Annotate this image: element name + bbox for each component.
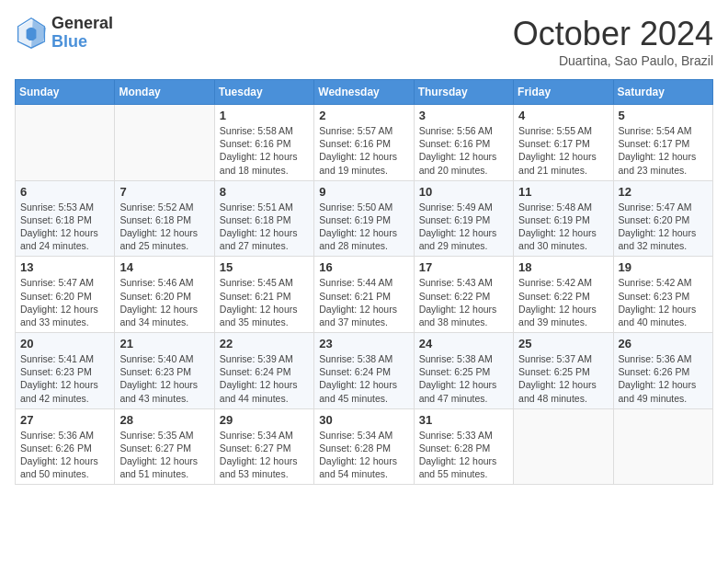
day-number: 17: [419, 260, 508, 274]
day-number: 21: [119, 337, 209, 350]
day-number: 28: [119, 413, 209, 427]
day-info: Sunrise: 5:50 AM Sunset: 6:19 PM Dayligh…: [319, 201, 408, 253]
calendar-cell: 15Sunrise: 5:45 AM Sunset: 6:21 PM Dayli…: [214, 257, 313, 333]
logo-icon: [15, 17, 48, 50]
calendar-cell: 5Sunrise: 5:54 AM Sunset: 6:17 PM Daylig…: [613, 105, 712, 181]
day-number: 12: [619, 185, 708, 199]
calendar-cell: 3Sunrise: 5:56 AM Sunset: 6:16 PM Daylig…: [414, 105, 513, 181]
calendar-cell: 22Sunrise: 5:39 AM Sunset: 6:24 PM Dayli…: [214, 333, 313, 409]
location-text: Duartina, Sao Paulo, Brazil: [513, 53, 713, 68]
calendar-cell: [16, 105, 115, 181]
day-info: Sunrise: 5:52 AM Sunset: 6:18 PM Dayligh…: [119, 201, 209, 253]
day-number: 11: [518, 185, 608, 199]
day-number: 7: [119, 185, 209, 199]
logo-blue-text: Blue: [51, 33, 113, 52]
day-number: 3: [419, 109, 508, 122]
day-info: Sunrise: 5:47 AM Sunset: 6:20 PM Dayligh…: [619, 201, 708, 253]
day-info: Sunrise: 5:36 AM Sunset: 6:26 PM Dayligh…: [619, 352, 708, 405]
calendar-cell: 19Sunrise: 5:42 AM Sunset: 6:23 PM Dayli…: [613, 257, 712, 333]
calendar-cell: [115, 105, 214, 181]
page-header: General Blue October 2024 Duartina, Sao …: [15, 15, 713, 68]
day-info: Sunrise: 5:38 AM Sunset: 6:25 PM Dayligh…: [419, 352, 508, 405]
day-info: Sunrise: 5:55 AM Sunset: 6:17 PM Dayligh…: [518, 124, 608, 177]
calendar-cell: 11Sunrise: 5:48 AM Sunset: 6:19 PM Dayli…: [514, 180, 613, 257]
calendar-cell: 25Sunrise: 5:37 AM Sunset: 6:25 PM Dayli…: [514, 333, 613, 409]
day-info: Sunrise: 5:33 AM Sunset: 6:28 PM Dayligh…: [419, 429, 508, 481]
calendar-cell: 8Sunrise: 5:51 AM Sunset: 6:18 PM Daylig…: [214, 180, 313, 257]
day-of-week-header: Sunday: [16, 80, 115, 105]
day-info: Sunrise: 5:34 AM Sunset: 6:27 PM Dayligh…: [220, 429, 309, 481]
day-info: Sunrise: 5:37 AM Sunset: 6:25 PM Dayligh…: [518, 352, 608, 405]
calendar-cell: 1Sunrise: 5:58 AM Sunset: 6:16 PM Daylig…: [214, 105, 313, 181]
day-of-week-header: Friday: [514, 80, 613, 105]
calendar-cell: 16Sunrise: 5:44 AM Sunset: 6:21 PM Dayli…: [314, 257, 414, 333]
day-number: 23: [319, 337, 408, 350]
day-info: Sunrise: 5:51 AM Sunset: 6:18 PM Dayligh…: [220, 201, 309, 253]
day-number: 14: [119, 260, 209, 274]
calendar-week-row: 1Sunrise: 5:58 AM Sunset: 6:16 PM Daylig…: [16, 105, 713, 181]
calendar-header-row: SundayMondayTuesdayWednesdayThursdayFrid…: [16, 80, 713, 105]
day-info: Sunrise: 5:58 AM Sunset: 6:16 PM Dayligh…: [220, 124, 309, 177]
calendar-week-row: 27Sunrise: 5:36 AM Sunset: 6:26 PM Dayli…: [16, 408, 713, 485]
calendar-cell: 10Sunrise: 5:49 AM Sunset: 6:19 PM Dayli…: [414, 180, 513, 257]
calendar-cell: 28Sunrise: 5:35 AM Sunset: 6:27 PM Dayli…: [115, 408, 214, 485]
month-title: October 2024: [513, 15, 713, 53]
calendar-cell: 23Sunrise: 5:38 AM Sunset: 6:24 PM Dayli…: [314, 333, 414, 409]
day-info: Sunrise: 5:57 AM Sunset: 6:16 PM Dayligh…: [319, 124, 408, 177]
calendar-table: SundayMondayTuesdayWednesdayThursdayFrid…: [15, 79, 713, 485]
day-number: 1: [220, 109, 309, 122]
day-info: Sunrise: 5:36 AM Sunset: 6:26 PM Dayligh…: [20, 429, 109, 481]
day-info: Sunrise: 5:44 AM Sunset: 6:21 PM Dayligh…: [319, 276, 408, 328]
day-number: 15: [220, 260, 309, 274]
calendar-cell: 12Sunrise: 5:47 AM Sunset: 6:20 PM Dayli…: [613, 180, 712, 257]
day-number: 20: [20, 337, 109, 350]
day-number: 26: [619, 337, 708, 350]
logo: General Blue: [15, 15, 113, 52]
logo-general-text: General: [51, 15, 113, 33]
calendar-week-row: 20Sunrise: 5:41 AM Sunset: 6:23 PM Dayli…: [16, 333, 713, 409]
day-of-week-header: Tuesday: [214, 80, 313, 105]
calendar-cell: 13Sunrise: 5:47 AM Sunset: 6:20 PM Dayli…: [16, 257, 115, 333]
calendar-cell: 30Sunrise: 5:34 AM Sunset: 6:28 PM Dayli…: [314, 408, 414, 485]
calendar-cell: 7Sunrise: 5:52 AM Sunset: 6:18 PM Daylig…: [115, 180, 214, 257]
day-info: Sunrise: 5:42 AM Sunset: 6:23 PM Dayligh…: [619, 276, 708, 328]
calendar-cell: 4Sunrise: 5:55 AM Sunset: 6:17 PM Daylig…: [514, 105, 613, 181]
calendar-week-row: 6Sunrise: 5:53 AM Sunset: 6:18 PM Daylig…: [16, 180, 713, 257]
day-info: Sunrise: 5:42 AM Sunset: 6:22 PM Dayligh…: [518, 276, 608, 328]
day-number: 18: [518, 260, 608, 274]
logo-text: General Blue: [51, 15, 113, 52]
day-number: 10: [419, 185, 508, 199]
day-of-week-header: Saturday: [613, 80, 712, 105]
day-number: 27: [20, 413, 109, 427]
day-info: Sunrise: 5:34 AM Sunset: 6:28 PM Dayligh…: [319, 429, 408, 481]
calendar-cell: 29Sunrise: 5:34 AM Sunset: 6:27 PM Dayli…: [214, 408, 313, 485]
day-of-week-header: Wednesday: [314, 80, 414, 105]
day-info: Sunrise: 5:48 AM Sunset: 6:19 PM Dayligh…: [518, 201, 608, 253]
day-info: Sunrise: 5:43 AM Sunset: 6:22 PM Dayligh…: [419, 276, 508, 328]
calendar-week-row: 13Sunrise: 5:47 AM Sunset: 6:20 PM Dayli…: [16, 257, 713, 333]
calendar-cell: 31Sunrise: 5:33 AM Sunset: 6:28 PM Dayli…: [414, 408, 513, 485]
calendar-cell: 9Sunrise: 5:50 AM Sunset: 6:19 PM Daylig…: [314, 180, 414, 257]
calendar-cell: 27Sunrise: 5:36 AM Sunset: 6:26 PM Dayli…: [16, 408, 115, 485]
calendar-cell: 21Sunrise: 5:40 AM Sunset: 6:23 PM Dayli…: [115, 333, 214, 409]
day-of-week-header: Thursday: [414, 80, 513, 105]
day-number: 29: [220, 413, 309, 427]
calendar-cell: 2Sunrise: 5:57 AM Sunset: 6:16 PM Daylig…: [314, 105, 414, 181]
day-number: 30: [319, 413, 408, 427]
calendar-cell: 17Sunrise: 5:43 AM Sunset: 6:22 PM Dayli…: [414, 257, 513, 333]
day-number: 19: [619, 260, 708, 274]
day-info: Sunrise: 5:54 AM Sunset: 6:17 PM Dayligh…: [619, 124, 708, 177]
day-number: 16: [319, 260, 408, 274]
day-number: 6: [20, 185, 109, 199]
day-info: Sunrise: 5:46 AM Sunset: 6:20 PM Dayligh…: [119, 276, 209, 328]
calendar-cell: 24Sunrise: 5:38 AM Sunset: 6:25 PM Dayli…: [414, 333, 513, 409]
title-block: October 2024 Duartina, Sao Paulo, Brazil: [513, 15, 713, 68]
day-info: Sunrise: 5:41 AM Sunset: 6:23 PM Dayligh…: [20, 352, 109, 405]
day-info: Sunrise: 5:40 AM Sunset: 6:23 PM Dayligh…: [119, 352, 209, 405]
day-info: Sunrise: 5:47 AM Sunset: 6:20 PM Dayligh…: [20, 276, 109, 328]
calendar-cell: 18Sunrise: 5:42 AM Sunset: 6:22 PM Dayli…: [514, 257, 613, 333]
day-number: 25: [518, 337, 608, 350]
calendar-cell: 6Sunrise: 5:53 AM Sunset: 6:18 PM Daylig…: [16, 180, 115, 257]
calendar-cell: [514, 408, 613, 485]
day-number: 4: [518, 109, 608, 122]
